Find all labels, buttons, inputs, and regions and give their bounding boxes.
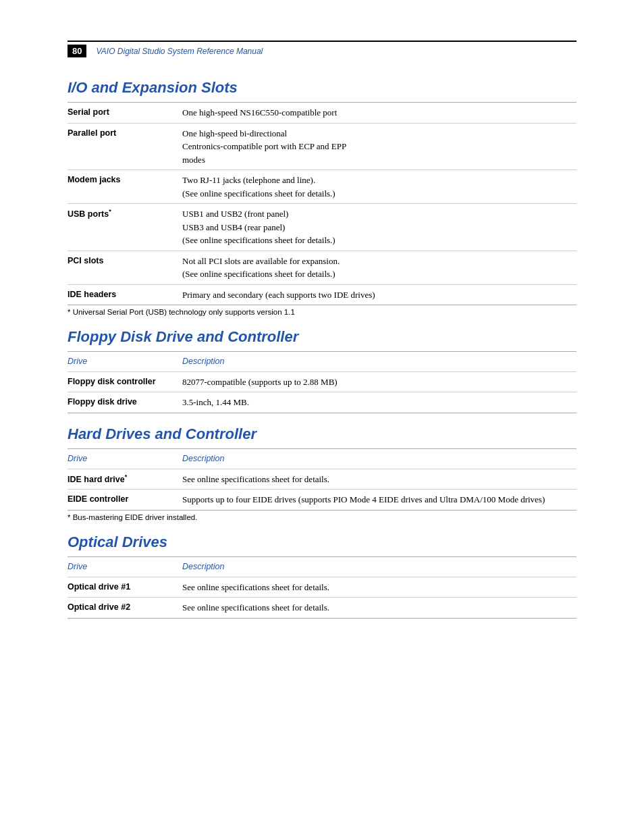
col-header-drive: Drive xyxy=(68,352,182,371)
row-label: Floppy disk drive xyxy=(68,392,182,413)
header-title: VAIO Digital Studio System Reference Man… xyxy=(96,47,263,56)
io-expansion-title: I/O and Expansion Slots xyxy=(68,79,576,97)
hard-drives-title: Hard Drives and Controller xyxy=(68,425,576,443)
row-label: USB ports* xyxy=(68,204,182,251)
table-row: IDE hard drive* See online specification… xyxy=(68,469,576,490)
floppy-disk-section: Floppy Disk Drive and Controller Drive D… xyxy=(68,328,576,413)
row-value: Not all PCI slots are available for expa… xyxy=(182,251,576,284)
io-expansion-table: Serial port One high-speed NS16C550-comp… xyxy=(68,103,576,305)
table-row: Parallel port One high-speed bi-directio… xyxy=(68,123,576,170)
hard-drives-footnote: * Bus-mastering EIDE driver installed. xyxy=(68,513,576,521)
table-row: Serial port One high-speed NS16C550-comp… xyxy=(68,103,576,123)
table-header-row: Drive Description xyxy=(68,352,576,371)
table-row: IDE headers Primary and secondary (each … xyxy=(68,284,576,305)
row-label: IDE hard drive* xyxy=(68,469,182,490)
floppy-disk-title: Floppy Disk Drive and Controller xyxy=(68,328,576,346)
row-label: IDE headers xyxy=(68,284,182,305)
optical-drives-section: Optical Drives Drive Description Optical… xyxy=(68,533,576,619)
row-label: PCI slots xyxy=(68,251,182,284)
header-bar: 80 VAIO Digital Studio System Reference … xyxy=(68,41,576,60)
row-value: USB1 and USB2 (front panel)USB3 and USB4… xyxy=(182,204,576,251)
table-header-row: Drive Description xyxy=(68,557,576,577)
col-header-description: Description xyxy=(182,557,576,577)
table-row: PCI slots Not all PCI slots are availabl… xyxy=(68,251,576,284)
row-value: See online specifications sheet for deta… xyxy=(182,577,576,598)
table-row: Floppy disk drive 3.5-inch, 1.44 MB. xyxy=(68,392,576,413)
row-label: Optical drive #1 xyxy=(68,577,182,598)
row-value: One high-speed bi-directionalCentronics-… xyxy=(182,123,576,170)
page-container: 80 VAIO Digital Studio System Reference … xyxy=(0,0,644,671)
row-label: Floppy disk controller xyxy=(68,371,182,392)
optical-drives-title: Optical Drives xyxy=(68,533,576,551)
row-label: Modem jacks xyxy=(68,170,182,204)
io-expansion-footnote: * Universal Serial Port (USB) technology… xyxy=(68,308,576,316)
row-label: Parallel port xyxy=(68,123,182,170)
table-header-row: Drive Description xyxy=(68,449,576,469)
page-number: 80 xyxy=(68,45,86,57)
row-value: Primary and secondary (each supports two… xyxy=(182,284,576,305)
row-label: EIDE controller xyxy=(68,490,182,511)
table-row: USB ports* USB1 and USB2 (front panel)US… xyxy=(68,204,576,251)
col-header-drive: Drive xyxy=(68,449,182,469)
table-row: Modem jacks Two RJ-11 jacks (telephone a… xyxy=(68,170,576,204)
row-value: One high-speed NS16C550-compatible port xyxy=(182,103,576,123)
table-row: Floppy disk controller 82077-compatible … xyxy=(68,371,576,392)
table-row: Optical drive #2 See online specificatio… xyxy=(68,598,576,619)
row-label: Optical drive #2 xyxy=(68,598,182,619)
hard-drives-table: Drive Description IDE hard drive* See on… xyxy=(68,449,576,511)
hard-drives-section: Hard Drives and Controller Drive Descrip… xyxy=(68,425,576,521)
row-value: 82077-compatible (supports up to 2.88 MB… xyxy=(182,371,576,392)
floppy-disk-table: Drive Description Floppy disk controller… xyxy=(68,352,576,413)
col-header-drive: Drive xyxy=(68,557,182,577)
row-value: See online specifications sheet for deta… xyxy=(182,469,576,490)
col-header-description: Description xyxy=(182,449,576,469)
table-row: Optical drive #1 See online specificatio… xyxy=(68,577,576,598)
io-expansion-section: I/O and Expansion Slots Serial port One … xyxy=(68,79,576,316)
col-header-description: Description xyxy=(182,352,576,371)
optical-drives-table: Drive Description Optical drive #1 See o… xyxy=(68,557,576,619)
row-value: See online specifications sheet for deta… xyxy=(182,598,576,619)
row-value: Supports up to four EIDE drives (support… xyxy=(182,490,576,511)
table-row: EIDE controller Supports up to four EIDE… xyxy=(68,490,576,511)
row-label: Serial port xyxy=(68,103,182,123)
row-value: Two RJ-11 jacks (telephone and line).(Se… xyxy=(182,170,576,204)
row-value: 3.5-inch, 1.44 MB. xyxy=(182,392,576,413)
